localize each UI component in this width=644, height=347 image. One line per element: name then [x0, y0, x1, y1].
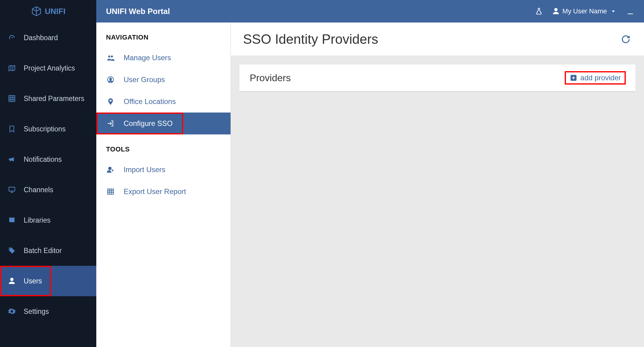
download-icon[interactable]: [626, 7, 634, 15]
table-icon: [107, 188, 116, 196]
sidebar-item-label: Project Analytics: [24, 64, 75, 72]
book-icon: [8, 216, 17, 224]
add-provider-label: add provider: [581, 74, 621, 82]
grid-icon: [8, 95, 17, 102]
sidebar-item-notifications[interactable]: Notifications: [0, 144, 96, 175]
nav-link-user-groups[interactable]: User Groups: [96, 69, 231, 91]
user-name-label: My User Name: [562, 7, 607, 15]
sidebar-item-label: Shared Parameters: [24, 95, 84, 103]
signin-icon: [107, 120, 116, 127]
sidebar-item-label: Notifications: [24, 155, 62, 164]
user-icon: [8, 277, 17, 285]
nav-link-label: Configure SSO: [124, 119, 173, 128]
nav-link-configure-sso[interactable]: Configure SSO: [96, 113, 231, 134]
sidebar-item-project-analytics[interactable]: Project Analytics: [0, 53, 96, 83]
svg-rect-0: [9, 95, 15, 102]
sidebar-item-batch-editor[interactable]: Batch Editor: [0, 235, 96, 266]
flask-icon[interactable]: [535, 7, 543, 15]
map-icon: [8, 64, 17, 72]
user-plus-icon: [107, 166, 116, 174]
sidebar-item-label: Subscriptions: [24, 125, 66, 133]
add-provider-button[interactable]: add provider: [565, 72, 625, 84]
svg-point-3: [110, 78, 112, 80]
nav-section-title: TOOLS: [96, 134, 231, 159]
sidebar-item-subscriptions[interactable]: Subscriptions: [0, 114, 96, 144]
user-menu[interactable]: My User Name: [552, 7, 617, 15]
brand-logo-icon: [31, 6, 42, 17]
bookmark-icon: [8, 125, 17, 133]
sidebar-item-shared-parameters[interactable]: Shared Parameters: [0, 83, 96, 114]
nav-link-label: Manage Users: [124, 54, 171, 62]
gauge-icon: [8, 34, 17, 42]
nav-link-export-user-report[interactable]: Export User Report: [96, 181, 231, 203]
nav-link-label: Import Users: [124, 165, 165, 174]
sidebar-item-label: Batch Editor: [24, 247, 62, 255]
brand-name: UNIFI: [45, 7, 66, 16]
nav-link-label: Office Locations: [124, 97, 176, 106]
gear-icon: [8, 307, 17, 315]
sidebar-item-label: Settings: [24, 307, 49, 316]
nav-section-title: NAVIGATION: [96, 23, 231, 47]
card-title: Providers: [250, 72, 565, 84]
megaphone-icon: [8, 155, 17, 163]
tag-icon: [8, 247, 17, 255]
topbar-title: UNIFI Web Portal: [106, 7, 170, 16]
sidebar-item-label: Channels: [24, 186, 53, 194]
plus-square-icon: [570, 74, 577, 82]
sidebar-item-dashboard[interactable]: Dashboard: [0, 23, 96, 53]
page-title: SSO Identity Providers: [243, 32, 620, 47]
nav-link-office-locations[interactable]: Office Locations: [96, 91, 231, 113]
sidebar: UNIFI DashboardProject AnalyticsShared P…: [0, 0, 96, 347]
sidebar-item-channels[interactable]: Channels: [0, 175, 96, 205]
refresh-button[interactable]: [620, 33, 632, 45]
pin-icon: [107, 98, 116, 106]
content: SSO Identity Providers Providers: [231, 23, 644, 347]
brand[interactable]: UNIFI: [0, 0, 96, 23]
sidebar-item-libraries[interactable]: Libraries: [0, 205, 96, 235]
user-solid-icon: [552, 7, 560, 15]
users-icon: [107, 54, 116, 62]
providers-card: Providers add provider: [239, 64, 635, 91]
sidebar-item-settings[interactable]: Settings: [0, 296, 96, 327]
page-header: SSO Identity Providers: [231, 23, 644, 56]
nav-panel: NAVIGATIONManage UsersUser GroupsOffice …: [96, 23, 231, 347]
topbar: UNIFI Web Portal My User Name: [96, 0, 644, 23]
nav-link-label: User Groups: [124, 75, 165, 84]
chevron-down-icon: [609, 7, 617, 15]
sidebar-item-label: Libraries: [24, 216, 50, 224]
nav-link-manage-users[interactable]: Manage Users: [96, 47, 231, 69]
monitor-icon: [8, 186, 17, 194]
svg-rect-4: [108, 189, 114, 194]
sidebar-item-label: Users: [24, 277, 42, 285]
nav-link-label: Export User Report: [124, 187, 186, 196]
user-circle-icon: [107, 76, 116, 84]
sidebar-item-users[interactable]: Users: [0, 266, 96, 296]
sidebar-item-label: Dashboard: [24, 34, 58, 42]
svg-rect-1: [9, 187, 15, 191]
nav-link-import-users[interactable]: Import Users: [96, 159, 231, 181]
